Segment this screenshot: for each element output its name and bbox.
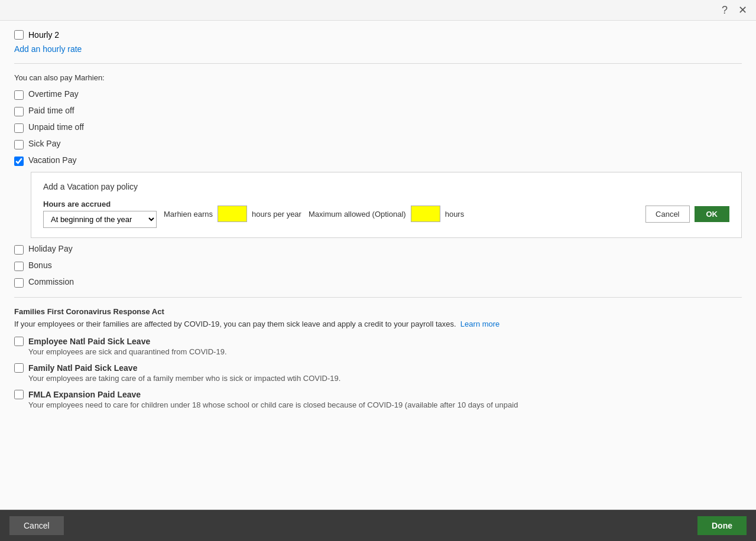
max-allowed-group: Maximum allowed (Optional) hours [309, 206, 464, 222]
vacation-checkbox[interactable] [14, 157, 24, 166]
top-bar: ? ✕ [0, 0, 756, 21]
bottom-done-button[interactable]: Done [697, 516, 747, 535]
commission-checkbox[interactable] [14, 278, 24, 288]
bottom-cancel-button[interactable]: Cancel [9, 516, 64, 535]
ffcra-divider [14, 297, 742, 298]
hourly2-label: Hourly 2 [28, 30, 59, 40]
pto-label: Paid time off [28, 106, 74, 115]
policy-buttons: Cancel OK [645, 206, 729, 223]
fam-natl-label-row: Family Natl Paid Sick Leave [14, 363, 742, 373]
accrual-label: Hours are accrued [43, 200, 157, 208]
fam-natl-item: Family Natl Paid Sick Leave Your employe… [14, 363, 742, 383]
pay-also-section: You can also pay Marhien: Overtime Pay P… [14, 73, 742, 288]
fmla-item: FMLA Expansion Paid Leave Your employees… [14, 390, 742, 409]
vacation-policy-box: Add a Vacation pay policy Hours are accr… [31, 172, 742, 238]
hourly-row: Hourly 2 [14, 30, 742, 40]
holiday-label: Holiday Pay [28, 244, 73, 253]
fam-natl-checkbox[interactable] [14, 363, 24, 373]
vacation-option: Vacation Pay [14, 155, 742, 166]
fmla-label: FMLA Expansion Paid Leave [28, 390, 141, 399]
hourly2-checkbox-label[interactable]: Hourly 2 [14, 30, 59, 40]
upto-label: Unpaid time off [28, 122, 84, 132]
pto-checkbox[interactable] [14, 107, 24, 116]
emp-natl-checkbox[interactable] [14, 337, 24, 346]
accrual-select-wrapper: At beginning of the year Per pay period … [43, 211, 157, 228]
fam-natl-label: Family Natl Paid Sick Leave [28, 363, 137, 373]
sickpay-label: Sick Pay [28, 139, 60, 148]
fmla-checkbox[interactable] [14, 390, 24, 399]
upto-option: Unpaid time off [14, 122, 742, 133]
hourly2-checkbox[interactable] [14, 30, 24, 40]
upto-checkbox[interactable] [14, 123, 24, 133]
overtime-label: Overtime Pay [28, 89, 79, 99]
bonus-label: Bonus [28, 260, 52, 270]
vacation-policy-row: Hours are accrued At beginning of the ye… [43, 200, 729, 228]
fmla-label-row: FMLA Expansion Paid Leave [14, 390, 742, 399]
holiday-checkbox[interactable] [14, 245, 24, 255]
fam-natl-desc: Your employees are taking care of a fami… [28, 374, 742, 383]
sickpay-checkbox[interactable] [14, 140, 24, 149]
vacation-label: Vacation Pay [28, 155, 76, 165]
emp-natl-label: Employee Natl Paid Sick Leave [28, 337, 150, 346]
hours-per-year-label: hours per year [252, 210, 301, 219]
ffcra-title: Families First Coronavirus Response Act [14, 307, 742, 316]
marhien-earns-label: Marhien earns [164, 210, 213, 219]
ffcra-description-text: If your employees or their families are … [14, 320, 456, 328]
vacation-policy-title: Add a Vacation pay policy [43, 182, 729, 191]
emp-natl-label-row: Employee Natl Paid Sick Leave [14, 337, 742, 346]
fmla-desc: Your employees need to care for children… [28, 400, 742, 409]
accrual-group: Hours are accrued At beginning of the ye… [43, 200, 157, 228]
overtime-pay-option: Overtime Pay [14, 89, 742, 100]
marhien-earns-group: Marhien earns hours per year [164, 206, 301, 222]
emp-natl-item: Employee Natl Paid Sick Leave Your emplo… [14, 337, 742, 356]
add-hourly-rate-link[interactable]: Add an hourly rate [14, 44, 82, 54]
bonus-checkbox[interactable] [14, 262, 24, 271]
help-icon[interactable]: ? [718, 4, 731, 17]
commission-option: Commission [14, 277, 742, 288]
section-divider [14, 63, 742, 64]
hourly-section: Hourly 2 Add an hourly rate [14, 30, 742, 54]
sickpay-option: Sick Pay [14, 139, 742, 149]
emp-natl-desc: Your employees are sick and quarantined … [28, 347, 742, 356]
pay-section-label: You can also pay Marhien: [14, 73, 742, 82]
bonus-option: Bonus [14, 260, 742, 271]
vacation-ok-button[interactable]: OK [695, 206, 730, 222]
accrual-dropdown[interactable]: At beginning of the year Per pay period … [43, 211, 157, 228]
ffcra-section: Families First Coronavirus Response Act … [14, 307, 742, 409]
bottom-bar: Cancel Done [0, 510, 756, 541]
learn-more-link[interactable]: Learn more [460, 320, 499, 328]
max-allowed-label: Maximum allowed (Optional) [309, 210, 406, 219]
commission-label: Commission [28, 277, 74, 286]
overtime-checkbox[interactable] [14, 90, 24, 100]
vacation-cancel-button[interactable]: Cancel [645, 206, 689, 223]
ffcra-description: If your employees or their families are … [14, 320, 742, 328]
holiday-option: Holiday Pay [14, 244, 742, 255]
main-content: Hourly 2 Add an hourly rate You can also… [0, 21, 756, 510]
pto-option: Paid time off [14, 106, 742, 116]
max-hours-input[interactable] [411, 206, 440, 222]
close-icon[interactable]: ✕ [736, 4, 749, 17]
max-hours-label: hours [445, 210, 465, 219]
hours-per-year-input[interactable] [218, 206, 247, 222]
